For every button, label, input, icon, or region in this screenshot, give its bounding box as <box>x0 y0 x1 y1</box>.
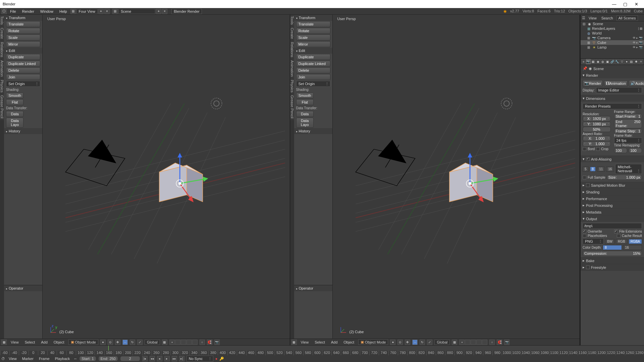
object-tab-icon[interactable]: ▣ <box>605 59 610 64</box>
bw-button[interactable]: BW <box>605 239 614 244</box>
outliner-renderlayers[interactable]: RenderLayers <box>592 26 615 31</box>
shading-solid-icon[interactable]: ● <box>100 340 106 345</box>
outliner-world[interactable]: World <box>592 31 602 35</box>
aa-11[interactable]: 11 <box>597 167 605 172</box>
autokey-icon[interactable]: ● <box>215 357 218 361</box>
render-presets-dropdown[interactable]: Render Presets <box>583 103 642 109</box>
shading-header[interactable]: ▸Shading <box>581 189 644 195</box>
tab-tools[interactable]: Tools <box>0 15 4 26</box>
history-panel-header[interactable]: History <box>4 128 42 134</box>
close-button[interactable]: ✕ <box>631 2 641 7</box>
mode-dropdown[interactable]: ▣Object Mode <box>68 339 98 345</box>
tl-range-icon[interactable]: ↔ <box>73 357 77 361</box>
minimize-button[interactable]: — <box>609 2 619 7</box>
scale-button-r[interactable]: Scale <box>296 35 330 41</box>
rotate-manipulator-icon[interactable]: ↻ <box>130 340 135 345</box>
rotate-button-r[interactable]: Rotate <box>296 28 330 34</box>
object-menu-r[interactable]: Object <box>341 340 356 345</box>
display-dropdown[interactable]: Image Editor <box>596 87 642 93</box>
tab-relations[interactable]: Relations <box>0 41 4 59</box>
editor-props-icon[interactable]: ≡ <box>581 59 586 64</box>
post-processing-header[interactable]: ▸Post Processing <box>581 202 644 208</box>
opengl-render-icon[interactable]: 📷 <box>214 340 220 345</box>
tl-view-menu[interactable]: View <box>7 356 18 361</box>
border-checkbox[interactable] <box>583 147 586 151</box>
depth-16[interactable]: 16 <box>623 245 642 250</box>
editor-type-icon[interactable]: ⓘ <box>1 9 7 14</box>
flat-button[interactable]: Flat <box>6 99 23 105</box>
orientation-dropdown[interactable]: Global <box>145 340 160 345</box>
tab-grease-pencil-r[interactable]: Grease Pencil <box>290 94 294 120</box>
join-button-r[interactable]: Join <box>296 74 330 80</box>
add-menu-r[interactable]: Add <box>329 340 340 345</box>
tab-physics[interactable]: Physics <box>0 78 4 94</box>
file-ext-checkbox[interactable] <box>614 230 618 233</box>
tab-physics-r[interactable]: Physics <box>290 78 294 94</box>
play-reverse-icon[interactable]: ◂ <box>157 356 162 361</box>
tab-animation-r[interactable]: Animation <box>290 59 294 78</box>
overwrite-checkbox[interactable] <box>583 230 586 233</box>
outliner-cube[interactable]: Cube <box>597 41 606 45</box>
remap-new-field[interactable]: 100 <box>629 148 642 153</box>
mirror-button[interactable]: Mirror <box>6 41 40 47</box>
3d-viewport-r[interactable]: User Persp <box>333 15 580 339</box>
select-menu[interactable]: Select <box>23 340 37 345</box>
outliner-camera[interactable]: Camera <box>597 36 610 40</box>
outliner-lamp[interactable]: Lamp <box>597 45 607 49</box>
aspect-y-field[interactable]: ‹Y:1.000› <box>583 141 611 146</box>
world-tab-icon[interactable]: ◍ <box>600 59 605 64</box>
duplicate-button[interactable]: Duplicate <box>6 54 40 60</box>
layout-del-icon[interactable]: × <box>104 9 110 14</box>
delete-button-r[interactable]: Delete <box>296 67 330 73</box>
view-menu[interactable]: View <box>9 340 21 345</box>
edit-panel-header[interactable]: Edit <box>4 48 42 54</box>
tab-tools-r[interactable]: Tools <box>290 15 294 26</box>
join-button[interactable]: Join <box>6 74 40 80</box>
scene-del-icon[interactable]: × <box>162 9 167 14</box>
jump-end-icon[interactable]: ▸| <box>179 356 184 361</box>
pivot-icon[interactable]: ⊙ <box>108 340 113 345</box>
aspect-x-field[interactable]: ‹X:1.000› <box>583 136 611 141</box>
window-menu[interactable]: Window <box>38 9 56 14</box>
help-menu[interactable]: Help <box>57 9 70 14</box>
render-panel-header[interactable]: ▾Render <box>581 72 644 78</box>
outliner-search-menu[interactable]: Search <box>600 16 614 20</box>
tl-marker-menu[interactable]: Marker <box>20 356 35 361</box>
data-layout-button[interactable]: Data Layo <box>6 118 23 128</box>
outliner-scene[interactable]: Scene <box>593 22 603 26</box>
data-button-r[interactable]: Data <box>296 111 314 117</box>
compression-field[interactable]: Compression:15% <box>583 251 642 256</box>
scale-manipulator-icon[interactable]: ⤢ <box>137 340 143 345</box>
output-path-field[interactable]: /tmp\ <box>583 223 642 229</box>
tab-create-r[interactable]: Create <box>290 26 294 40</box>
next-keyframe-icon[interactable]: ▸▸ <box>172 356 177 361</box>
rgb-button[interactable]: RGB <box>616 239 627 244</box>
outliner-editor-icon[interactable]: ☰ <box>582 16 585 20</box>
aa-filter-dropdown[interactable]: Mitchell-Netravali <box>615 164 642 174</box>
tl-frame-menu[interactable]: Frame <box>37 356 51 361</box>
data-tab-icon[interactable]: ▽ <box>620 59 624 64</box>
proportional-edit-icon[interactable]: ○ <box>200 340 205 345</box>
outliner-display-dropdown[interactable]: All Scenes <box>616 15 638 21</box>
pin-icon[interactable]: 📌 <box>583 66 587 71</box>
physics-tab-icon[interactable]: ⚛ <box>639 59 643 64</box>
sync-dropdown[interactable]: No Sync <box>186 356 213 362</box>
audio-button[interactable]: 🔊 Audio <box>629 80 644 86</box>
layers-tab-icon[interactable]: ▦ <box>591 59 595 64</box>
scene-tab-icon[interactable]: ◉ <box>596 59 600 64</box>
maximize-button[interactable]: ▢ <box>620 2 630 7</box>
end-field[interactable]: End:250 <box>98 356 118 361</box>
performance-header[interactable]: ▸Performance <box>581 195 644 202</box>
rgba-button[interactable]: RGBA <box>629 239 642 244</box>
cache-checkbox[interactable] <box>617 234 621 238</box>
duplicate-linked-button[interactable]: Duplicate Linked <box>6 61 40 67</box>
output-panel-header[interactable]: ▾Output <box>581 216 644 222</box>
jump-start-icon[interactable]: |◂ <box>142 356 148 361</box>
set-origin-dropdown[interactable]: Set Origin <box>6 81 40 87</box>
tl-playback-menu[interactable]: Playback <box>53 356 72 361</box>
smooth-button[interactable]: Smooth <box>6 93 23 99</box>
bake-header[interactable]: ▸Bake <box>581 257 644 264</box>
metadata-header[interactable]: ▸Metadata <box>581 209 644 215</box>
keying-set-icon[interactable]: 🔑 <box>219 357 224 361</box>
texture-tab-icon[interactable]: ▨ <box>629 59 634 64</box>
